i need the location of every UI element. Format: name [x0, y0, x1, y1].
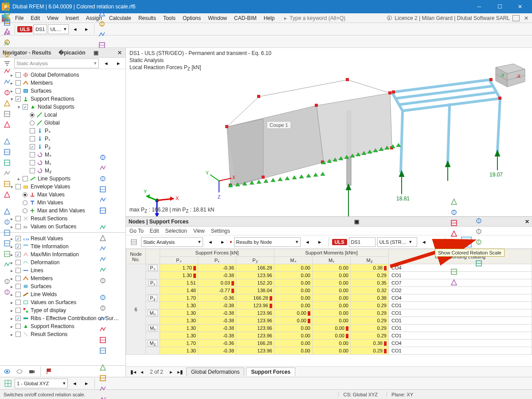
grid-menu-view[interactable]: View [193, 228, 205, 234]
gridtool2-button-0[interactable] [473, 215, 484, 226]
checkbox[interactable] [16, 216, 21, 221]
grid-next-ds[interactable]: ▸ [431, 237, 442, 247]
checkbox[interactable] [16, 96, 21, 102]
tree-item-global[interactable]: Global [1, 119, 125, 127]
toolbar2-button-21[interactable] [2, 28, 12, 39]
checkbox[interactable] [16, 184, 21, 189]
toolbar2-button-18[interactable] [2, 0, 12, 7]
menu-calculate[interactable]: Calculate [106, 14, 135, 22]
grid-ds-combo[interactable]: DS1 [349, 237, 376, 247]
gridtool-button-3[interactable] [449, 228, 459, 239]
gridtool-button-1[interactable] [449, 207, 459, 218]
tab-global-deformations[interactable]: Global Deformations [186, 368, 244, 376]
table-row[interactable]: 1.30-0.38123.960.000.000.29CO1 [126, 272, 532, 279]
grid-menu-edit[interactable]: Edit [150, 228, 159, 234]
gridtool-button-4[interactable] [449, 239, 459, 250]
results-table-wrapper[interactable]: NodeNo. Support Forces [kN] Support Mome… [126, 249, 532, 366]
checkbox[interactable] [16, 316, 21, 321]
grid-close-button[interactable]: ✕ [525, 219, 529, 225]
checkbox[interactable] [16, 284, 21, 289]
grid-next-node[interactable]: ▸ [315, 237, 325, 247]
table-row[interactable]: 1.30-0.38123.960.000.000.29CO1 [126, 332, 532, 340]
tabs-first[interactable]: ▮◂ [129, 368, 137, 376]
table-row[interactable]: M𝓏1.70-0.36166.280.000.000.38CO4 [126, 340, 532, 347]
checkbox[interactable] [30, 160, 35, 165]
table-row[interactable]: 1.30-0.38123.960.000.000.29CO1 [126, 347, 532, 355]
grid-prev-ds[interactable]: ◂ [419, 237, 430, 247]
toolbar1b-button-7[interactable] [97, 19, 107, 29]
grid-menu-settings[interactable]: Settings [211, 228, 230, 234]
bt-next[interactable]: ▸ [81, 378, 92, 389]
nav-prev-button[interactable]: ◂ [101, 58, 111, 69]
bottomtool-button-15[interactable] [98, 324, 108, 335]
toolbar2-button-20[interactable] [2, 17, 12, 28]
checkbox[interactable] [30, 136, 35, 141]
tree-item-p-[interactable]: Pᵧ [1, 135, 125, 143]
bottomtool-button-1[interactable] [98, 163, 108, 173]
bottomtool-button-7[interactable] [98, 233, 108, 243]
checkbox[interactable] [16, 72, 21, 78]
tree-item-global-deformations[interactable]: ▸Global Deformations [1, 71, 125, 79]
menu-edit[interactable]: Edit [27, 14, 43, 22]
grid-resultsby-combo[interactable]: Results by Node▾ [234, 237, 301, 247]
tree-item-surfaces[interactable]: ▸Surfaces [1, 87, 125, 95]
maximize-button[interactable]: ☐ [489, 0, 510, 13]
bottomtool-button-4[interactable] [98, 195, 108, 205]
grid-prev-node[interactable]: ◂ [302, 237, 313, 247]
tabs-prev[interactable]: ◂ [137, 368, 146, 376]
grid-analysis-combo[interactable]: Static Analysis▾ [141, 237, 203, 247]
results-table[interactable]: NodeNo. Support Forces [kN] Support Mome… [126, 249, 532, 355]
uls-combo-2[interactable]: UL…▾ [48, 24, 69, 34]
radio[interactable] [30, 113, 35, 117]
prev-ds-button[interactable]: ◂ [70, 24, 80, 35]
menu-tools[interactable]: Tools [160, 14, 179, 22]
tree-item-local[interactable]: Local [1, 111, 125, 119]
gridtool-button-6[interactable] [449, 266, 459, 277]
menu-view[interactable]: View [43, 14, 62, 22]
checkbox[interactable] [16, 244, 21, 249]
bottomtool-button-14[interactable] [98, 313, 108, 324]
menu-options[interactable]: Options [179, 14, 204, 22]
menu-cad-bim[interactable]: CAD-BIM [231, 14, 260, 22]
table-row[interactable]: 1.30-0.38123.960.000.000.29CO1 [126, 302, 532, 309]
viewport-3d[interactable]: DS1 - ULS (STR/GEO) - Permanent and tran… [126, 48, 532, 216]
grid-pin-button[interactable]: ▣ [354, 219, 359, 225]
toolbar1b-button-5[interactable] [97, 0, 107, 2]
bottomtool-button-19[interactable] [98, 373, 108, 383]
tab-support-forces[interactable]: Support Forces [246, 368, 295, 376]
tree-item-p-z[interactable]: P𝓏 [1, 143, 125, 151]
navigator-pin-button[interactable]: �picación [69, 50, 75, 56]
bottomtool-button-8[interactable] [98, 243, 108, 254]
tree-item-members[interactable]: ▸Members [1, 79, 125, 87]
table-row[interactable]: Pᵧ1.510.03152.200.000.000.35CO7 [126, 279, 532, 287]
checkbox[interactable] [16, 260, 21, 265]
tree-item-p-[interactable]: Pₓ [1, 127, 125, 135]
coord-system-combo[interactable]: 1 - Global XYZ▾ [15, 379, 68, 388]
checkbox[interactable] [16, 80, 21, 86]
checkbox[interactable] [16, 308, 21, 313]
gridtool-button-0[interactable] [449, 196, 459, 207]
gridtool2-button-4[interactable] [473, 258, 484, 269]
menu-file[interactable]: File [12, 14, 27, 22]
checkbox[interactable] [16, 332, 21, 337]
grid-list-icon[interactable] [129, 237, 139, 247]
grid-menu-selection[interactable]: Selection [165, 228, 187, 234]
bottomtool-button-10[interactable] [98, 265, 108, 275]
menu-help[interactable]: Help [260, 14, 278, 22]
checkbox[interactable] [30, 144, 35, 149]
bottomtool-button-6[interactable] [98, 222, 108, 233]
bottomtool-button-5[interactable] [98, 205, 108, 216]
checkbox[interactable] [23, 104, 28, 110]
checkbox[interactable] [16, 276, 21, 281]
table-row[interactable]: P𝓏1.70-0.36166.280.000.000.38CO4 [126, 294, 532, 302]
bottomtool-button-11[interactable] [98, 275, 108, 286]
checkbox[interactable] [16, 224, 21, 229]
nav-next-button[interactable]: ▸ [113, 58, 124, 69]
design-situation-combo[interactable]: DS1 [33, 24, 47, 34]
table-row[interactable]: 1.30-0.38123.960.000.000.29CO1 [126, 317, 532, 325]
table-row[interactable]: Mᵧ1.30-0.38123.960.000.000.29CO1 [126, 325, 532, 332]
grid-prev-analysis[interactable]: ◂ [205, 237, 215, 247]
navigator-pin-icon[interactable]: ▣ [93, 50, 99, 56]
tree-item-support-reactions[interactable]: ▾Support Reactions [1, 95, 125, 103]
gridtool-button-7[interactable] [449, 277, 459, 288]
